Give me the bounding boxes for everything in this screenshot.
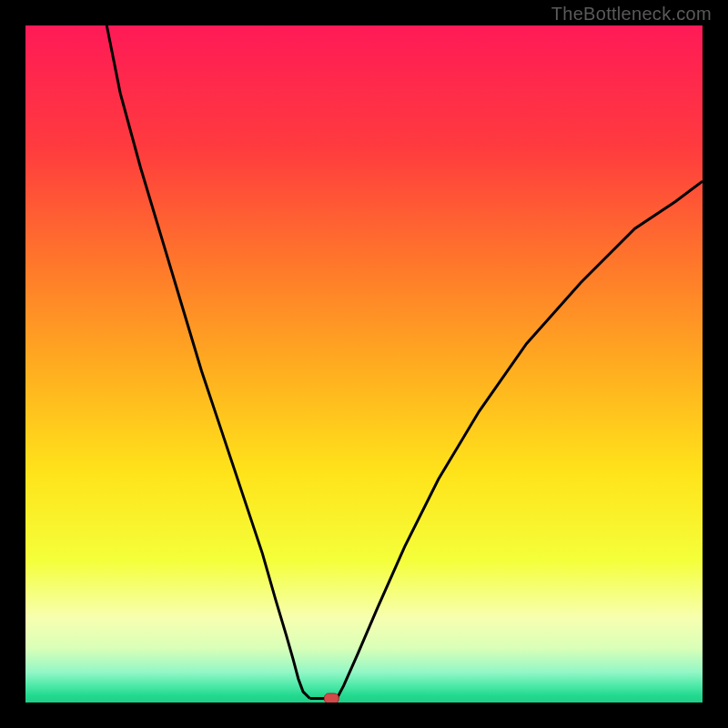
chart-svg bbox=[25, 25, 703, 703]
watermark-text: TheBottleneck.com bbox=[551, 4, 712, 25]
chart-frame: TheBottleneck.com bbox=[0, 0, 728, 728]
minimum-dot bbox=[324, 693, 339, 703]
gradient-background bbox=[25, 25, 703, 703]
plot-area bbox=[25, 25, 703, 703]
